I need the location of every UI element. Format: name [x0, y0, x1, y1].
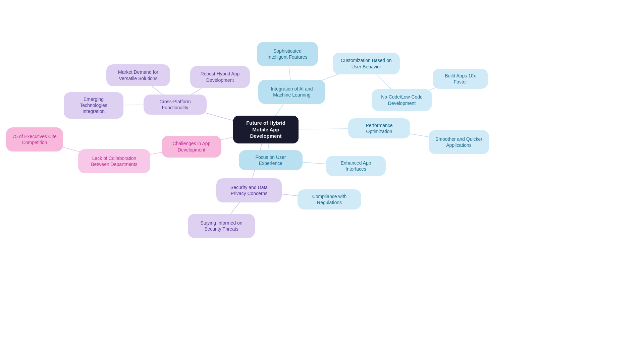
staying-informed-node: Staying Informed on Security Threats [188, 214, 255, 238]
integration-ai-node: Integration of AI and Machine Learning [258, 80, 325, 104]
performance-node: Performance Optimization [348, 118, 410, 138]
no-code-node: No-Code/Low-Code Development [372, 89, 432, 111]
compliance-node: Compliance with Regulations [298, 189, 361, 209]
smoother-node: Smoother and Quicker Applications [429, 130, 489, 154]
center-node: Future of Hybrid Mobile App Development [233, 116, 299, 143]
customization-node: Customization Based on User Behavior [333, 53, 400, 74]
lack-collaboration-node: Lack of Collaboration Between Department… [78, 149, 150, 173]
build-apps-node: Build Apps 10x Faster [433, 69, 488, 89]
enhanced-app-node: Enhanced App Interfaces [326, 156, 386, 176]
sophisticated-node: Sophisticated Intelligent Features [257, 42, 318, 66]
executives-cite-node: 75 of Executives Cite Competition [6, 127, 63, 152]
security-node: Security and Data Privacy Concerns [216, 178, 282, 202]
cross-platform-node: Cross-Platform Functionality [144, 95, 207, 115]
focus-ux-node: Focus on User Experience [239, 150, 303, 170]
challenges-node: Challenges in App Development [162, 136, 221, 158]
emerging-tech-node: Emerging Technologies Integration [64, 92, 123, 119]
market-demand-node: Market Demand for Versatile Solutions [106, 64, 170, 86]
robust-hybrid-node: Robust Hybrid App Development [190, 66, 250, 88]
